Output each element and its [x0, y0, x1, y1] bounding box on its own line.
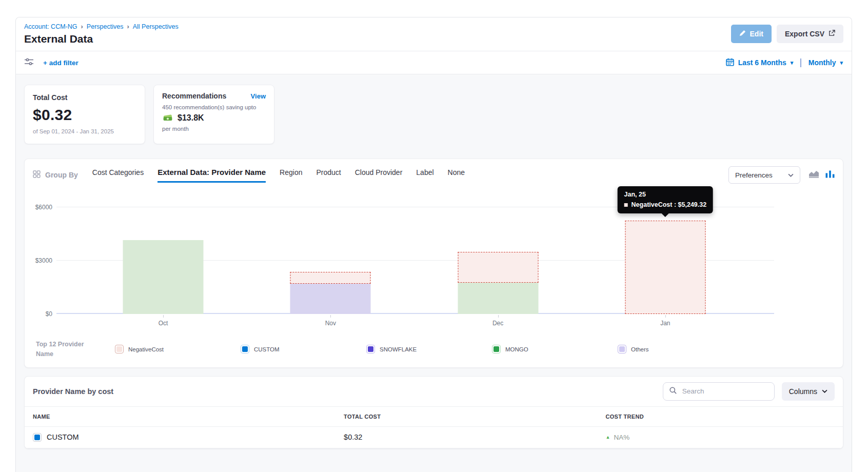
tooltip-series-row: NegativeCost : $5,249.32: [624, 201, 707, 208]
recommendations-line1: 450 recommendation(s) saving upto: [162, 104, 266, 110]
perspective-panel: Account: CCM-NG›Perspectives›All Perspec…: [15, 17, 852, 472]
legend-item-mongo[interactable]: MONGO: [492, 345, 618, 353]
tab-external-data-provider-name[interactable]: External Data: Provider Name: [157, 168, 266, 183]
legend-label-snowflake: SNOWFLAKE: [380, 346, 417, 352]
cost-table-card: Provider Name by cost Columns NAMETOTAL …: [24, 376, 843, 449]
granularity-dropdown[interactable]: Monthly: [808, 58, 836, 67]
edit-button[interactable]: Edit: [731, 25, 772, 43]
cost-trend-cell: ▲NA%: [597, 426, 843, 448]
chevron-down-icon: [788, 173, 794, 177]
breadcrumb: Account: CCM-NG›Perspectives›All Perspec…: [24, 23, 179, 30]
total-cost-card: Total Cost $0.32 of Sep 01, 2024 - Jan 3…: [24, 85, 145, 144]
y-axis-tick-label: $0: [33, 310, 52, 318]
external-link-icon: [828, 30, 835, 38]
recommendations-label: Recommendations: [162, 92, 226, 100]
chart-toolbar-right: Preferences: [728, 166, 835, 184]
chart-category-slot-jan: JanJan, 25NegativeCost : $5,249.32: [582, 207, 749, 314]
legend-item-negativecost[interactable]: NegativeCost: [115, 345, 241, 353]
columns-button-label: Columns: [789, 387, 817, 396]
recommendations-view-link[interactable]: View: [251, 92, 266, 100]
divider: [800, 58, 801, 67]
x-axis-label-dec: Dec: [415, 320, 582, 327]
chart-toolbar: Group By Cost CategoriesExternal Data: P…: [33, 166, 835, 184]
chevron-down-icon: [822, 389, 827, 393]
bar-segment-negativecost[interactable]: [625, 221, 705, 314]
legend-label-others: Others: [631, 346, 649, 352]
date-range-dropdown[interactable]: Last 6 Months: [738, 58, 786, 67]
trend-cell-content: ▲NA%: [605, 434, 835, 441]
legend-swatch-others: [618, 345, 626, 353]
columns-button[interactable]: Columns: [782, 382, 835, 401]
tab-none[interactable]: None: [448, 168, 465, 183]
chart-tooltip: Jan, 25NegativeCost : $5,249.32: [618, 186, 714, 213]
bar-chart-icon[interactable]: [825, 170, 835, 180]
x-axis-tick: [665, 315, 666, 318]
legend-swatch-custom: [241, 345, 249, 353]
total-cost-label: Total Cost: [33, 93, 136, 102]
search-box: [663, 382, 775, 401]
trend-value: NA%: [614, 434, 629, 441]
group-by-label-wrap: Group By: [33, 170, 78, 180]
group-by-tabs: Cost CategoriesExternal Data: Provider N…: [92, 168, 465, 183]
breadcrumb-link-perspectives[interactable]: Perspectives: [87, 23, 124, 30]
tab-cloud-provider[interactable]: Cloud Provider: [355, 168, 403, 183]
chart-card: Group By Cost CategoriesExternal Data: P…: [24, 159, 843, 368]
add-filter-button[interactable]: + add filter: [43, 59, 78, 67]
filter-bar-right: Last 6 Months ▾ Monthly ▾: [726, 58, 843, 68]
chevron-down-icon[interactable]: ▾: [791, 60, 794, 66]
cash-icon: [162, 113, 173, 123]
tab-label[interactable]: Label: [416, 168, 433, 183]
bar-nov[interactable]: [290, 272, 371, 314]
bar-segment-mongo[interactable]: [458, 283, 538, 314]
breadcrumb-link-account-ccm-ng[interactable]: Account: CCM-NG: [24, 23, 77, 30]
legend-item-others[interactable]: Others: [618, 345, 743, 353]
tab-region[interactable]: Region: [280, 168, 302, 183]
bar-segment-mongo[interactable]: [123, 240, 204, 314]
bar-dec[interactable]: [458, 252, 538, 314]
tab-product[interactable]: Product: [316, 168, 341, 183]
table-row-custom[interactable]: CUSTOM$0.32▲NA%: [25, 426, 843, 448]
y-axis-tick-label: $6000: [33, 204, 52, 211]
calendar-icon: [726, 58, 734, 68]
legend-items: NegativeCostCUSTOMSNOWFLAKEMONGOOthers: [115, 345, 743, 353]
bar-jan[interactable]: [625, 221, 705, 314]
total-cost-cell: $0.32: [336, 426, 597, 448]
total-cost-period: of Sep 01, 2024 - Jan 31, 2025: [33, 128, 136, 134]
x-axis-label-oct: Oct: [80, 320, 247, 327]
column-header-name[interactable]: NAME: [25, 406, 336, 426]
chevron-down-icon[interactable]: ▾: [840, 60, 843, 66]
bar-segment-snowflake[interactable]: [290, 284, 371, 314]
edit-button-label: Edit: [750, 30, 763, 38]
bar-oct[interactable]: [123, 240, 204, 314]
filter-sliders-icon[interactable]: [25, 58, 33, 68]
legend-swatch-negativecost: [115, 345, 124, 353]
bar-segment-negativecost[interactable]: [458, 252, 538, 283]
preferences-dropdown[interactable]: Preferences: [728, 166, 800, 184]
row-name-label: CUSTOM: [47, 433, 79, 441]
tab-cost-categories[interactable]: Cost Categories: [92, 168, 144, 183]
legend-item-snowflake[interactable]: SNOWFLAKE: [366, 345, 492, 353]
export-csv-button[interactable]: Export CSV: [777, 25, 843, 43]
filter-bar: + add filter Last 6 Months ▾ Monthly ▾: [16, 51, 852, 74]
x-axis-tick: [330, 315, 331, 318]
table-header-row: Provider Name by cost Columns: [25, 377, 843, 406]
table-header-right: Columns: [663, 382, 835, 401]
search-input[interactable]: [681, 387, 768, 396]
export-csv-label: Export CSV: [785, 30, 824, 38]
recommendations-line2: per month: [162, 126, 266, 132]
legend-swatch-mongo: [492, 345, 501, 353]
breadcrumb-link-all-perspectives[interactable]: All Perspectives: [133, 23, 179, 30]
column-header-cost-trend[interactable]: COST TREND: [597, 406, 843, 426]
search-icon: [669, 387, 677, 396]
column-header-total-cost[interactable]: TOTAL COST: [336, 406, 597, 426]
bar-segment-negativecost[interactable]: [290, 272, 371, 284]
legend-item-custom[interactable]: CUSTOM: [241, 345, 366, 353]
provider-cost-table: NAMETOTAL COSTCOST TREND CUSTOM$0.32▲NA%: [25, 406, 843, 448]
name-cell-content: CUSTOM: [33, 433, 327, 442]
preferences-label: Preferences: [735, 171, 773, 179]
recommendations-card: Recommendations View 450 recommendation(…: [153, 85, 274, 144]
tooltip-series-swatch: [624, 203, 628, 207]
x-axis-label-jan: Jan: [582, 320, 749, 327]
area-chart-icon[interactable]: [808, 170, 819, 180]
y-axis-tick-label: $3000: [33, 257, 52, 264]
